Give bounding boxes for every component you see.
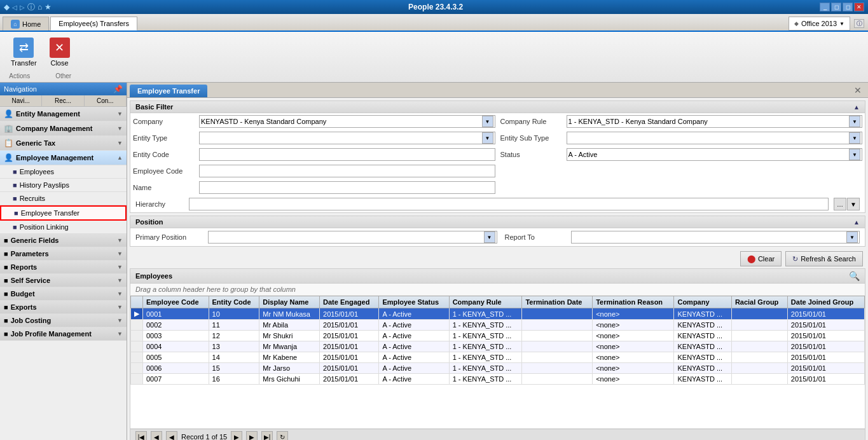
sidebar-item-recruits[interactable]: ■ Recruits xyxy=(0,192,127,205)
th-display-name[interactable]: Display Name xyxy=(259,296,320,308)
maximize-btn[interactable]: ◻ xyxy=(843,3,853,11)
company-select[interactable]: KENYASTD - Kenya Standard Company ▼ xyxy=(199,115,495,128)
status-dropdown-btn[interactable]: ▼ xyxy=(849,149,860,160)
close-button[interactable]: ✕ Close xyxy=(44,34,76,70)
sidebar-item-self-service[interactable]: ■ Self Service ▼ xyxy=(0,274,127,287)
th-date-engaged[interactable]: Date Engaged xyxy=(320,296,379,308)
sidebar-item-job-profile-mgmt[interactable]: ■ Job Profile Management ▼ xyxy=(0,327,127,341)
refresh-search-button[interactable]: ↻ Refresh & Search xyxy=(785,251,863,266)
sidebar-item-budget[interactable]: ■ Budget ▼ xyxy=(0,287,127,301)
transfer-button[interactable]: ⇄ Transfer xyxy=(5,34,43,70)
tab-employee-transfers[interactable]: Employee(s) Transfers xyxy=(50,17,137,31)
table-cell: 2015/01/01 xyxy=(787,320,864,331)
sidebar-item-reports[interactable]: ■ Reports ▼ xyxy=(0,261,127,274)
company-rule-select[interactable]: 1 - KENYA_STD - Kenya Standard Company ▼ xyxy=(567,115,863,128)
tab-employee-transfers-label: Employee(s) Transfers xyxy=(59,20,129,27)
sidebar-item-parameters[interactable]: ■ Parameters ▼ xyxy=(0,247,127,261)
table-row[interactable]: 000211Mr Abila2015/01/01A - Active1 - KE… xyxy=(131,320,865,331)
prev-page-btn[interactable]: ◀ xyxy=(151,431,162,440)
content-tab-employee-transfer[interactable]: Employee Transfer xyxy=(130,85,207,97)
employees-table-container[interactable]: Employee Code Entity Code Display Name D… xyxy=(130,296,865,429)
table-cell: <none> xyxy=(593,341,674,352)
table-cell: Mr Kabene xyxy=(259,352,320,363)
th-termination-reason[interactable]: Termination Reason xyxy=(593,296,674,308)
report-to-dropdown-btn[interactable]: ▼ xyxy=(846,231,858,243)
next-btn2[interactable]: ▶ xyxy=(246,431,258,440)
primary-position-select[interactable]: ▼ xyxy=(208,231,497,244)
window-controls[interactable]: ⎯ ◻ ◻ ✕ xyxy=(820,3,864,11)
sidebar-item-company-management[interactable]: 🏢 Company Management ▼ xyxy=(0,121,127,136)
nav-tab-rec[interactable]: Rec... xyxy=(42,95,84,106)
company-rule-dropdown-btn[interactable]: ▼ xyxy=(849,116,860,127)
sidebar-item-generic-tax[interactable]: 📋 Generic Tax ▼ xyxy=(0,136,127,151)
record-info: Record 1 of 15 xyxy=(181,433,227,440)
sidebar-item-employee-management[interactable]: 👤 Employee Management ▲ xyxy=(0,151,127,165)
name-input[interactable] xyxy=(199,181,495,194)
position-expand-btn[interactable]: ▲ xyxy=(853,219,860,226)
company-dropdown-btn[interactable]: ▼ xyxy=(482,116,493,127)
entity-sub-type-row: Entity Sub Type ▼ xyxy=(498,130,865,146)
hierarchy-browse-btn[interactable]: … xyxy=(834,198,846,210)
hierarchy-input[interactable] xyxy=(189,198,829,210)
primary-position-dropdown-btn[interactable]: ▼ xyxy=(484,231,495,243)
employee-mgmt-icon: 👤 xyxy=(4,153,13,162)
close-btn[interactable]: ✕ xyxy=(854,3,864,11)
th-company-rule[interactable]: Company Rule xyxy=(449,296,522,308)
th-entity-code[interactable]: Entity Code xyxy=(209,296,259,308)
table-row[interactable]: 000716Mrs Gichuhi2015/01/01A - Active1 -… xyxy=(131,374,865,385)
hierarchy-collapse-btn[interactable]: ▼ xyxy=(847,198,860,210)
sidebar-item-job-costing[interactable]: ■ Job Costing ▼ xyxy=(0,314,127,327)
entity-type-dropdown-btn[interactable]: ▼ xyxy=(482,132,493,144)
sidebar-item-exports[interactable]: ■ Exports ▼ xyxy=(0,301,127,314)
basic-filter-expand-btn[interactable]: ▲ xyxy=(853,104,860,111)
prev-btn2[interactable]: ◀ xyxy=(166,431,177,440)
th-date-joined-group[interactable]: Date Joined Group xyxy=(787,296,864,308)
table-row[interactable]: 000514Mr Kabene2015/01/01A - Active1 - K… xyxy=(131,352,865,363)
table-row[interactable]: 000413Mr Mwanja2015/01/01A - Active1 - K… xyxy=(131,341,865,352)
sidebar-item-employee-transfer[interactable]: ■ Employee Transfer xyxy=(0,205,127,221)
table-cell: 0001 xyxy=(143,308,209,320)
refresh-page-btn[interactable]: ↻ xyxy=(277,431,288,440)
nav-pin-btn[interactable]: 📌 xyxy=(113,85,123,93)
th-employee-status[interactable]: Employee Status xyxy=(379,296,449,308)
minimize-btn[interactable]: ⎯ xyxy=(820,3,830,11)
tab-home-label: Home xyxy=(22,20,41,28)
nav-tab-con[interactable]: Con... xyxy=(85,95,127,106)
sidebar-item-entity-management[interactable]: 👤 Entity Management ▼ xyxy=(0,107,127,121)
next-btn[interactable]: ▶ xyxy=(231,431,242,440)
first-page-btn[interactable]: |◀ xyxy=(135,431,147,440)
sidebar-item-position-linking[interactable]: ■ Position Linking xyxy=(0,221,127,234)
help-btn[interactable]: ⓘ xyxy=(854,19,864,28)
th-company[interactable]: Company xyxy=(674,296,731,308)
employees-table: Employee Code Entity Code Display Name D… xyxy=(130,296,865,385)
table-cell xyxy=(522,331,593,341)
entity-sub-type-dropdown-btn[interactable]: ▼ xyxy=(849,132,860,144)
last-page-btn[interactable]: ▶| xyxy=(261,431,273,440)
tab-home[interactable]: ⌂ Home xyxy=(3,17,49,31)
th-racial-group[interactable]: Racial Group xyxy=(731,296,787,308)
entity-type-select[interactable]: ▼ xyxy=(199,132,495,144)
entity-code-label: Entity Code xyxy=(133,151,196,158)
search-icon[interactable]: 🔍 xyxy=(849,271,860,281)
sidebar-item-generic-fields[interactable]: ■ Generic Fields ▼ xyxy=(0,234,127,247)
status-select[interactable]: A - Active ▼ xyxy=(567,148,863,161)
employee-code-input[interactable] xyxy=(199,165,495,177)
th-termination-date[interactable]: Termination Date xyxy=(522,296,593,308)
nav-tab-navi[interactable]: Navi... xyxy=(0,95,42,106)
clear-button[interactable]: ⬤ Clear xyxy=(740,251,782,266)
entity-sub-type-select[interactable]: ▼ xyxy=(567,132,863,144)
sidebar-item-history-payslips[interactable]: ■ History Payslips xyxy=(0,179,127,192)
table-cell: <none> xyxy=(593,331,674,341)
entity-code-input[interactable] xyxy=(199,148,495,161)
table-row[interactable]: ▶000110Mr NM Mukasa2015/01/01A - Active1… xyxy=(131,308,865,320)
restore-btn[interactable]: ◻ xyxy=(831,3,841,11)
office-btn[interactable]: ◆ Office 2013 ▼ xyxy=(789,17,850,31)
content-close-btn[interactable]: ✕ xyxy=(850,85,865,95)
table-cell: 11 xyxy=(209,320,259,331)
th-employee-code[interactable]: Employee Code xyxy=(143,296,209,308)
table-row[interactable]: 000312Mr Shukri2015/01/01A - Active1 - K… xyxy=(131,331,865,341)
reports-label: Reports xyxy=(11,263,114,271)
report-to-select[interactable]: ▼ xyxy=(571,231,860,244)
table-row[interactable]: 000615Mr Jarso2015/01/01A - Active1 - KE… xyxy=(131,363,865,374)
sidebar-item-employees[interactable]: ■ Employees xyxy=(0,165,127,179)
